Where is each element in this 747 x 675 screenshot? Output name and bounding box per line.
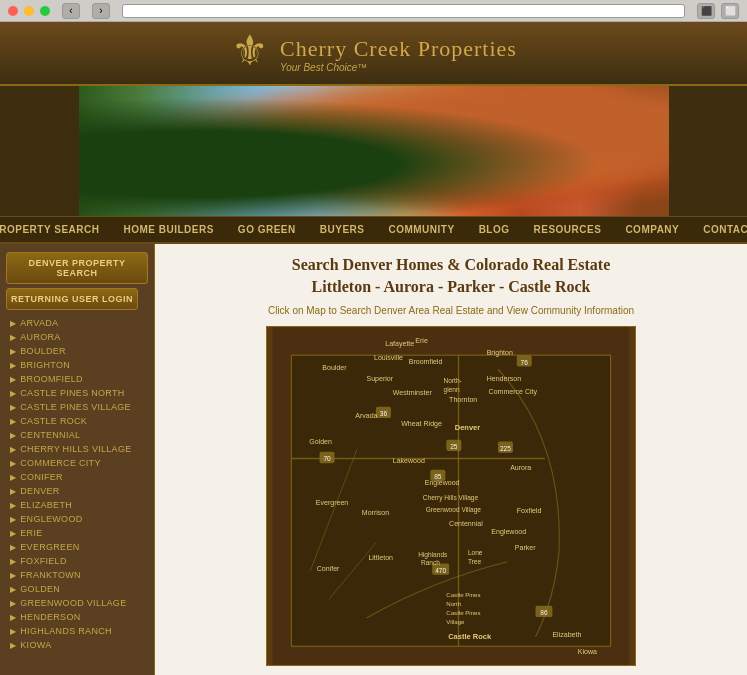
- sidebar-city-item[interactable]: ▶AURORA: [6, 330, 148, 344]
- arrow-icon: ▶: [10, 361, 16, 370]
- nav-go-green[interactable]: GO GREEN: [226, 217, 308, 242]
- arrow-icon: ▶: [10, 417, 16, 426]
- svg-text:Evergreen: Evergreen: [316, 499, 349, 507]
- city-label: BROOMFIELD: [20, 374, 83, 384]
- nav-blog[interactable]: BLOG: [467, 217, 522, 242]
- fullscreen-button[interactable]: ⬜: [721, 3, 739, 19]
- sidebar-city-item[interactable]: ▶ELIZABETH: [6, 498, 148, 512]
- denver-property-search-button[interactable]: DENVER PROPERTY SEARCH: [6, 252, 148, 284]
- svg-text:70: 70: [323, 455, 331, 462]
- city-label: COMMERCE CITY: [20, 458, 100, 468]
- sidebar-city-item[interactable]: ▶CHERRY HILLS VILLAGE: [6, 442, 148, 456]
- logo-area: ⚜ Cherry Creek Properties Your Best Choi…: [0, 30, 747, 78]
- svg-text:36: 36: [380, 410, 388, 417]
- maximize-dot[interactable]: [40, 6, 50, 16]
- hero-image: [79, 86, 669, 216]
- colorado-map[interactable]: 70 36 25 225 85 76: [267, 327, 635, 665]
- svg-text:Broomfield: Broomfield: [409, 357, 443, 364]
- sidebar-city-item[interactable]: ▶HENDERSON: [6, 610, 148, 624]
- city-label: ARVADA: [20, 318, 58, 328]
- site-tagline: Your Best Choice™: [280, 62, 517, 73]
- sidebar-city-item[interactable]: ▶BROOMFIELD: [6, 372, 148, 386]
- sidebar-city-item[interactable]: ▶HIGHLANDS RANCH: [6, 624, 148, 638]
- forward-button[interactable]: ›: [92, 3, 110, 19]
- svg-text:Morrison: Morrison: [362, 509, 389, 516]
- sidebar-city-item[interactable]: ▶CONIFER: [6, 470, 148, 484]
- city-label: BRIGHTON: [20, 360, 70, 370]
- sidebar-city-item[interactable]: ▶CASTLE PINES NORTH: [6, 386, 148, 400]
- svg-text:Aurora: Aurora: [510, 463, 531, 470]
- content-area: DENVER PROPERTY SEARCH RETURNING USER LO…: [0, 244, 747, 675]
- share-button[interactable]: ⬛: [697, 3, 715, 19]
- sidebar-city-item[interactable]: ▶DENVER: [6, 484, 148, 498]
- site-header: ⚜ Cherry Creek Properties Your Best Choi…: [0, 22, 747, 86]
- returning-user-login-button[interactable]: RETURNING USER LOGIN: [6, 288, 138, 310]
- arrow-icon: ▶: [10, 515, 16, 524]
- svg-text:Commerce City: Commerce City: [489, 387, 538, 395]
- sidebar-city-item[interactable]: ▶FOXFIELD: [6, 554, 148, 568]
- arrow-icon: ▶: [10, 599, 16, 608]
- close-dot[interactable]: [8, 6, 18, 16]
- sidebar-city-item[interactable]: ▶COMMERCE CITY: [6, 456, 148, 470]
- svg-text:Erie: Erie: [415, 337, 428, 344]
- svg-text:North-: North-: [443, 377, 461, 384]
- nav-company[interactable]: COMPANY: [613, 217, 691, 242]
- svg-text:Tree: Tree: [468, 557, 482, 564]
- svg-text:Louisville: Louisville: [374, 354, 403, 361]
- svg-text:Golden: Golden: [309, 438, 332, 445]
- svg-text:Lafayette: Lafayette: [385, 340, 414, 348]
- svg-text:Castle Rock: Castle Rock: [448, 631, 492, 640]
- nav-community[interactable]: COMMUNITY: [376, 217, 466, 242]
- nav-property-search[interactable]: PROPERTY SEARCH: [0, 217, 111, 242]
- sidebar-city-item[interactable]: ▶FRANKTOWN: [6, 568, 148, 582]
- arrow-icon: ▶: [10, 473, 16, 482]
- svg-text:Westminster: Westminster: [393, 388, 433, 395]
- nav-home-builders[interactable]: HOME BUILDERS: [111, 217, 225, 242]
- svg-text:Kiowa: Kiowa: [578, 648, 597, 655]
- svg-text:Thornton: Thornton: [449, 396, 477, 403]
- svg-text:Englewood: Englewood: [491, 527, 526, 535]
- city-label: AURORA: [20, 332, 60, 342]
- sidebar-city-item[interactable]: ▶ARVADA: [6, 316, 148, 330]
- sidebar-city-item[interactable]: ▶BOULDER: [6, 344, 148, 358]
- main-content: Search Denver Homes & Colorado Real Esta…: [155, 244, 747, 675]
- arrow-icon: ▶: [10, 627, 16, 636]
- arrow-icon: ▶: [10, 585, 16, 594]
- sidebar-city-item[interactable]: ▶ERIE: [6, 526, 148, 540]
- sidebar-city-item[interactable]: ▶GOLDEN: [6, 582, 148, 596]
- svg-text:Highlands: Highlands: [418, 551, 448, 559]
- arrow-icon: ▶: [10, 347, 16, 356]
- svg-text:Wheat Ridge: Wheat Ridge: [401, 419, 442, 427]
- minimize-dot[interactable]: [24, 6, 34, 16]
- sidebar-city-item[interactable]: ▶CENTENNIAL: [6, 428, 148, 442]
- nav-resources[interactable]: RESOURCES: [522, 217, 614, 242]
- map-container[interactable]: 70 36 25 225 85 76: [266, 326, 636, 666]
- sidebar-city-item[interactable]: ▶BRIGHTON: [6, 358, 148, 372]
- sidebar-city-item[interactable]: ▶GREENWOOD VILLAGE: [6, 596, 148, 610]
- svg-text:Henderson: Henderson: [487, 375, 521, 382]
- svg-text:Cherry Hills Village: Cherry Hills Village: [423, 494, 479, 502]
- sidebar-city-item[interactable]: ▶KIOWA: [6, 638, 148, 652]
- city-label: GOLDEN: [20, 584, 60, 594]
- fleur-de-lis-icon: ⚜: [230, 30, 270, 78]
- city-label: CONIFER: [20, 472, 63, 482]
- city-label: ENGLEWOOD: [20, 514, 82, 524]
- svg-text:86: 86: [540, 609, 548, 616]
- nav-buyers[interactable]: BUYERS: [308, 217, 377, 242]
- city-label: EVERGREEN: [20, 542, 79, 552]
- svg-text:76: 76: [521, 358, 529, 365]
- sidebar-city-item[interactable]: ▶CASTLE ROCK: [6, 414, 148, 428]
- arrow-icon: ▶: [10, 319, 16, 328]
- svg-text:Village: Village: [446, 617, 465, 624]
- arrow-icon: ▶: [10, 389, 16, 398]
- svg-text:Denver: Denver: [455, 423, 481, 432]
- sidebar-city-item[interactable]: ▶EVERGREEN: [6, 540, 148, 554]
- back-button[interactable]: ‹: [62, 3, 80, 19]
- svg-text:Centennial: Centennial: [449, 520, 483, 527]
- sidebar-city-item[interactable]: ▶CASTLE PINES VILLAGE: [6, 400, 148, 414]
- arrow-icon: ▶: [10, 571, 16, 580]
- sidebar-city-item[interactable]: ▶ENGLEWOOD: [6, 512, 148, 526]
- address-bar[interactable]: [122, 4, 685, 18]
- nav-contact[interactable]: CONTACT: [691, 217, 747, 242]
- arrow-icon: ▶: [10, 403, 16, 412]
